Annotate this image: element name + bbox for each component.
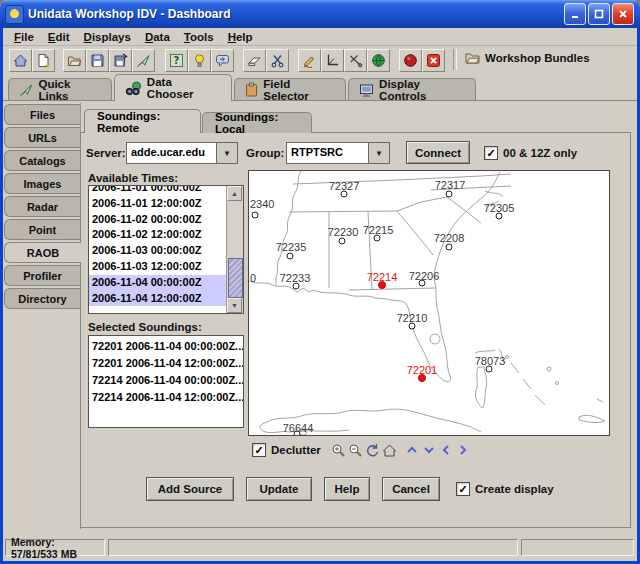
station-marker[interactable] bbox=[339, 238, 346, 245]
station-marker[interactable] bbox=[378, 281, 386, 289]
home-view-icon[interactable] bbox=[381, 442, 397, 458]
drafting-icon[interactable] bbox=[344, 49, 367, 72]
sidebar-item[interactable]: URLs bbox=[4, 127, 80, 148]
station-marker[interactable] bbox=[294, 431, 301, 437]
station-label-partial[interactable]: 2340 bbox=[250, 198, 274, 210]
station-marker[interactable] bbox=[486, 366, 493, 373]
sidebar-item[interactable]: Profiler bbox=[4, 265, 80, 286]
tab-data-chooser[interactable]: Data Chooser bbox=[114, 74, 232, 101]
menu-item[interactable]: File bbox=[7, 30, 41, 44]
close-icon[interactable] bbox=[612, 3, 634, 25]
group-combo[interactable]: RTPTSRC ▼ bbox=[286, 142, 390, 164]
sidebar-item[interactable]: Directory bbox=[4, 288, 80, 309]
create-display-checkbox-row[interactable]: ✓ Create display bbox=[456, 482, 554, 496]
pan-left-icon[interactable] bbox=[438, 442, 454, 458]
station-label[interactable]: 72235 bbox=[276, 241, 307, 253]
scrollbar-thumb[interactable] bbox=[228, 258, 243, 298]
help-icon[interactable]: ? bbox=[165, 49, 188, 72]
zoom-out-icon[interactable] bbox=[347, 442, 363, 458]
reset-rotate-icon[interactable] bbox=[364, 442, 380, 458]
available-times-list[interactable]: 2006-11-01 00:00:00Z2006-11-01 12:00:00Z… bbox=[88, 185, 244, 314]
checkbox-checked-icon[interactable]: ✓ bbox=[252, 443, 266, 457]
station-label[interactable]: 72208 bbox=[434, 232, 465, 244]
tab-field-selector[interactable]: Field Selector bbox=[234, 78, 346, 100]
menu-item[interactable]: Tools bbox=[177, 30, 221, 44]
scroll-down-icon[interactable]: ▼ bbox=[227, 298, 242, 313]
sidebar-item[interactable]: Images bbox=[4, 173, 80, 194]
eraser-icon[interactable] bbox=[243, 49, 266, 72]
new-bundle-icon[interactable] bbox=[32, 49, 55, 72]
server-value[interactable]: adde.ucar.edu bbox=[127, 143, 216, 163]
sidebar-item[interactable]: Catalogs bbox=[4, 150, 80, 171]
tab-soundings-remote[interactable]: Soundings: Remote bbox=[84, 109, 201, 133]
zoom-in-icon[interactable] bbox=[330, 442, 346, 458]
save-as-icon[interactable] bbox=[109, 49, 132, 72]
station-marker[interactable] bbox=[418, 374, 426, 382]
globe-icon[interactable] bbox=[367, 49, 390, 72]
menu-item[interactable]: Edit bbox=[41, 30, 77, 44]
sounding-list-item[interactable]: 72201 2006-11-04 12:00:00Z... bbox=[89, 355, 243, 372]
station-marker[interactable] bbox=[374, 235, 381, 242]
home-icon[interactable] bbox=[9, 49, 32, 72]
connect-button[interactable]: Connect bbox=[406, 141, 470, 164]
maximize-icon[interactable] bbox=[588, 3, 610, 25]
station-label[interactable]: 72230 bbox=[328, 226, 359, 238]
cut-icon[interactable] bbox=[266, 49, 289, 72]
station-marker[interactable] bbox=[287, 253, 294, 260]
station-marker[interactable] bbox=[419, 280, 426, 287]
menu-item[interactable]: Help bbox=[221, 30, 260, 44]
z-only-checkbox-row[interactable]: ✓ 00 & 12Z only bbox=[484, 146, 577, 160]
server-combo[interactable]: adde.ucar.edu ▼ bbox=[126, 142, 238, 164]
station-marker[interactable] bbox=[446, 191, 453, 198]
station-marker[interactable] bbox=[496, 213, 503, 220]
station-marker[interactable] bbox=[252, 212, 259, 219]
group-value[interactable]: RTPTSRC bbox=[287, 143, 368, 163]
plot-icon[interactable] bbox=[321, 49, 344, 72]
sounding-list-item[interactable]: 72214 2006-11-04 00:00:00Z... bbox=[89, 372, 243, 389]
sidebar-item[interactable]: RAOB bbox=[4, 242, 81, 263]
station-label-partial[interactable]: 0 bbox=[250, 272, 256, 284]
times-scrollbar[interactable]: ▲ ▼ bbox=[226, 186, 243, 313]
save-icon[interactable] bbox=[86, 49, 109, 72]
station-label[interactable]: 72317 bbox=[435, 179, 466, 191]
checkbox-checked-icon[interactable]: ✓ bbox=[484, 146, 498, 160]
quick-links-icon[interactable] bbox=[132, 49, 155, 72]
station-map[interactable]: 7232772317723057223072215722087223572233… bbox=[248, 170, 610, 436]
station-marker[interactable] bbox=[446, 244, 453, 251]
time-list-item[interactable]: 2006-11-03 12:00:00Z bbox=[89, 259, 227, 275]
sidebar-item[interactable]: Files bbox=[4, 104, 80, 125]
menu-item[interactable]: Data bbox=[138, 30, 177, 44]
tab-soundings-local[interactable]: Soundings: Local bbox=[202, 112, 312, 133]
sounding-list-item[interactable]: 72214 2006-11-04 12:00:00Z... bbox=[89, 389, 243, 406]
time-list-item[interactable]: 2006-11-01 00:00:00Z bbox=[89, 185, 227, 196]
station-marker[interactable] bbox=[409, 323, 416, 330]
declutter-checkbox-row[interactable]: ✓ Declutter bbox=[252, 443, 321, 457]
support-icon[interactable] bbox=[211, 49, 234, 72]
time-list-item[interactable]: 2006-11-03 00:00:00Z bbox=[89, 243, 227, 259]
tab-quick-links[interactable]: Quick Links bbox=[8, 78, 112, 100]
tab-display-controls[interactable]: Display Controls bbox=[348, 78, 476, 100]
chevron-down-icon[interactable]: ▼ bbox=[368, 143, 389, 163]
chevron-down-icon[interactable]: ▼ bbox=[216, 143, 237, 163]
menu-item[interactable]: Displays bbox=[77, 30, 138, 44]
pan-up-icon[interactable] bbox=[404, 442, 420, 458]
workshop-bundles[interactable]: Workshop Bundles bbox=[465, 51, 590, 64]
time-list-item[interactable]: 2006-11-04 12:00:00Z bbox=[89, 291, 227, 307]
exit-icon[interactable] bbox=[422, 49, 445, 72]
checkbox-checked-icon[interactable]: ✓ bbox=[456, 482, 470, 496]
stop-loads-icon[interactable] bbox=[399, 49, 422, 72]
edit-icon[interactable] bbox=[298, 49, 321, 72]
sidebar-item[interactable]: Radar bbox=[4, 196, 80, 217]
selected-soundings-list[interactable]: 72201 2006-11-04 00:00:00Z...72201 2006-… bbox=[88, 335, 244, 428]
cancel-button[interactable]: Cancel bbox=[382, 477, 440, 501]
sounding-list-item[interactable]: 72201 2006-11-04 00:00:00Z... bbox=[89, 338, 243, 355]
scroll-up-icon[interactable]: ▲ bbox=[227, 186, 242, 201]
time-list-item[interactable]: 2006-11-02 00:00:00Z bbox=[89, 212, 227, 228]
pan-down-icon[interactable] bbox=[421, 442, 437, 458]
station-marker[interactable] bbox=[341, 191, 348, 198]
pan-right-icon[interactable] bbox=[455, 442, 471, 458]
sidebar-item[interactable]: Point bbox=[4, 219, 80, 240]
time-list-item[interactable]: 2006-11-04 00:00:00Z bbox=[89, 275, 227, 291]
tip-icon[interactable] bbox=[188, 49, 211, 72]
help-button[interactable]: Help bbox=[324, 477, 370, 501]
